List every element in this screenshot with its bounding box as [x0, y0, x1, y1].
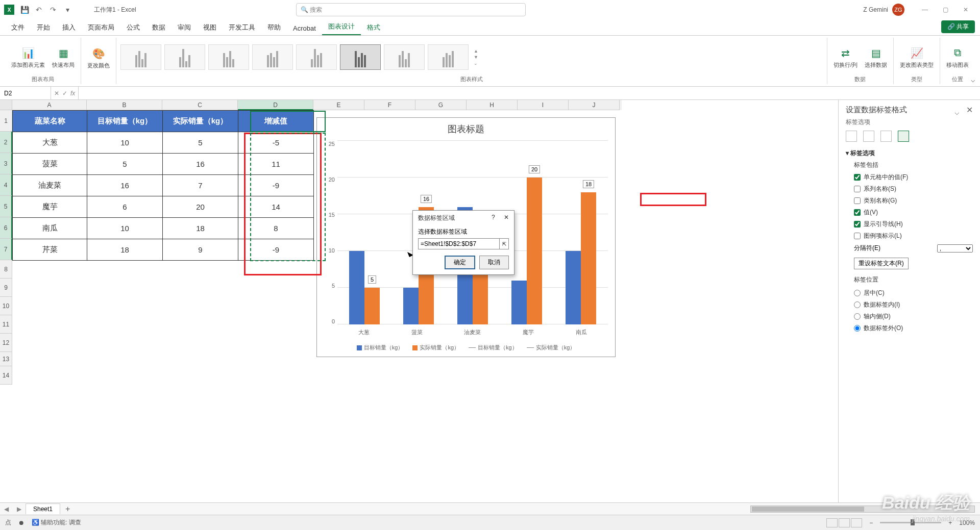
col-header-G[interactable]: G: [415, 100, 467, 110]
tab-data[interactable]: 数据: [146, 20, 172, 35]
legend-item[interactable]: 实际销量（kg）: [527, 344, 576, 351]
tab-chartdesign[interactable]: 图表设计: [322, 19, 361, 35]
range-picker-icon[interactable]: ⇱: [499, 239, 508, 249]
redo-icon[interactable]: ↷: [47, 4, 59, 16]
label-options-icon[interactable]: [898, 131, 909, 142]
tab-help[interactable]: 帮助: [261, 20, 287, 35]
bar-实际销量（kg）[interactable]: 5: [364, 288, 380, 324]
row-header-11[interactable]: 11: [0, 315, 12, 334]
tab-acrobat[interactable]: Acrobat: [287, 21, 322, 35]
chart-style-1[interactable]: [120, 44, 161, 70]
pane-close-icon[interactable]: ✕: [966, 105, 973, 115]
share-button[interactable]: 🔗 共享: [941, 20, 975, 33]
row-header-4[interactable]: 4: [0, 174, 12, 196]
bar-目标销量（kg）[interactable]: [511, 281, 527, 324]
col-header-J[interactable]: J: [569, 100, 620, 110]
move-chart-button[interactable]: ⧉移动图表: [944, 44, 971, 71]
styles-down-icon[interactable]: ▼: [474, 55, 478, 60]
col-header-C[interactable]: C: [162, 100, 238, 110]
add-chart-element-button[interactable]: 📊添加图表元素: [9, 44, 47, 71]
row-header-8[interactable]: 8: [0, 260, 12, 279]
switch-rowcol-button[interactable]: ⇄切换行/列: [831, 44, 860, 71]
row-header-13[interactable]: 13: [0, 352, 12, 366]
save-icon[interactable]: 💾: [18, 4, 31, 16]
minimize-icon[interactable]: —: [915, 2, 935, 17]
size-props-icon[interactable]: [880, 131, 892, 142]
horizontal-scrollbar[interactable]: [750, 506, 975, 513]
chk-leader-lines[interactable]: 显示引导线(H): [846, 218, 973, 230]
chk-cell-value[interactable]: 单元格中的值(F): [846, 171, 973, 183]
fx-icon[interactable]: fx: [70, 90, 75, 97]
tab-view[interactable]: 视图: [197, 20, 223, 35]
chk-category-name[interactable]: 类别名称(G): [846, 195, 973, 207]
page-break-view-icon[interactable]: [851, 518, 862, 527]
dialog-close-icon[interactable]: ✕: [504, 214, 509, 221]
normal-view-icon[interactable]: [826, 518, 838, 527]
bar-实际销量（kg）[interactable]: 18: [581, 192, 596, 324]
bar-目标销量（kg）[interactable]: [349, 251, 364, 324]
chart-style-8[interactable]: [428, 44, 469, 70]
col-header-B[interactable]: B: [87, 100, 162, 110]
chart-style-5[interactable]: [296, 44, 337, 70]
tab-insert[interactable]: 插入: [56, 20, 82, 35]
rad-center[interactable]: 居中(C): [846, 287, 973, 299]
legend-item[interactable]: 实际销量（kg）: [412, 344, 459, 351]
name-box[interactable]: D2: [0, 87, 51, 99]
zoom-out-icon[interactable]: −: [869, 519, 873, 526]
bar-实际销量（kg）[interactable]: 20: [527, 178, 542, 324]
tab-file[interactable]: 文件: [5, 20, 31, 35]
sheet-nav-prev-icon[interactable]: ◀: [0, 506, 13, 513]
qat-more-icon[interactable]: ▾: [61, 4, 74, 16]
range-input[interactable]: [419, 239, 499, 249]
zoom-level[interactable]: 100%: [959, 519, 975, 526]
data-label[interactable]: 5: [368, 275, 376, 284]
quick-layout-button[interactable]: ▦快速布局: [50, 44, 77, 71]
cancel-button[interactable]: 取消: [479, 256, 509, 269]
enter-formula-icon[interactable]: ✓: [62, 90, 67, 97]
bar-目标销量（kg）[interactable]: [403, 288, 419, 324]
styles-up-icon[interactable]: ▲: [474, 48, 478, 54]
close-icon[interactable]: ✕: [955, 2, 976, 17]
chart-style-2[interactable]: [164, 44, 205, 70]
row-header-7[interactable]: 7: [0, 239, 12, 260]
row-header-12[interactable]: 12: [0, 334, 12, 352]
row-header-6[interactable]: 6: [0, 217, 12, 239]
row-header-5[interactable]: 5: [0, 196, 12, 217]
change-colors-button[interactable]: 🎨更改颜色: [85, 44, 112, 71]
user-account[interactable]: Z Gemini ZG: [863, 4, 904, 16]
rad-inside-end[interactable]: 数据标签内(I): [846, 299, 973, 311]
change-chart-type-button[interactable]: 📈更改图表类型: [898, 44, 936, 71]
separator-select[interactable]: ,: [937, 244, 973, 253]
add-sheet-icon[interactable]: +: [60, 504, 75, 514]
data-label[interactable]: 16: [421, 195, 432, 203]
section-label-options[interactable]: ▾ 标签选项: [846, 149, 973, 158]
fill-line-icon[interactable]: [846, 131, 857, 142]
chart-style-3[interactable]: [208, 44, 249, 70]
chk-series-name[interactable]: 系列名称(S): [846, 183, 973, 195]
tab-formulas[interactable]: 公式: [120, 20, 146, 35]
row-header-14[interactable]: 14: [0, 366, 12, 385]
row-header-1[interactable]: 1: [0, 110, 12, 132]
row-header-10[interactable]: 10: [0, 297, 12, 315]
chart-style-4[interactable]: [252, 44, 293, 70]
search-box[interactable]: 🔍 搜索: [296, 3, 526, 16]
pane-options-icon[interactable]: ⌵: [954, 107, 960, 117]
col-header-D[interactable]: D: [238, 100, 313, 110]
col-header-F[interactable]: F: [364, 100, 415, 110]
bar-目标销量（kg）[interactable]: [566, 251, 581, 324]
chart-style-7[interactable]: [384, 44, 425, 70]
chk-value[interactable]: 值(V): [846, 207, 973, 218]
legend-item[interactable]: 目标销量（kg）: [357, 344, 404, 351]
maximize-icon[interactable]: ▢: [935, 2, 955, 17]
col-header-I[interactable]: I: [518, 100, 569, 110]
legend-item[interactable]: 目标销量（kg）: [469, 344, 518, 351]
chart-style-6[interactable]: [340, 44, 381, 70]
macro-record-icon[interactable]: ⏺: [18, 519, 24, 526]
col-header-H[interactable]: H: [467, 100, 518, 110]
data-label[interactable]: 20: [529, 165, 540, 173]
rad-inside-base[interactable]: 轴内侧(D): [846, 311, 973, 322]
col-header-A[interactable]: A: [12, 100, 87, 110]
cancel-formula-icon[interactable]: ✕: [54, 90, 59, 97]
col-header-E[interactable]: E: [313, 100, 364, 110]
reset-label-text-button[interactable]: 重设标签文本(R): [854, 258, 909, 269]
